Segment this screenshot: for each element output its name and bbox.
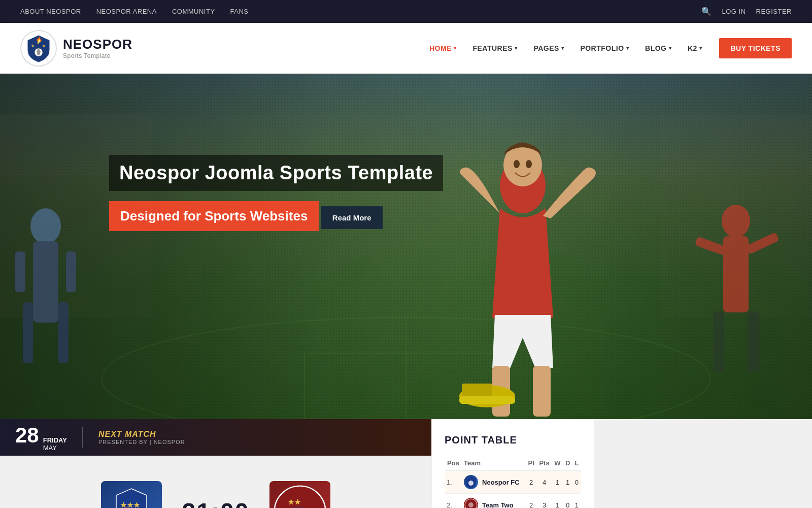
point-table-title: POINT TABLE — [445, 434, 581, 446]
svg-rect-24 — [723, 236, 749, 312]
svg-text:★: ★ — [42, 44, 46, 48]
row1-pts: 4 — [543, 479, 546, 486]
main-nav: ★ ★ ★ 🔥 NEOSPOR Sports Template HOME ▾ F… — [0, 23, 812, 74]
svg-rect-13 — [23, 302, 33, 363]
col-pos: Pos — [445, 456, 462, 470]
row2-team-name: Team Two — [482, 501, 514, 509]
svg-rect-15 — [15, 251, 25, 292]
register-link[interactable]: REGISTER — [756, 8, 792, 15]
top-nav-links: ABOUT NEOSPOR NEOSPOR ARENA COMMUNITY FA… — [20, 8, 249, 15]
soccer-boot — [457, 368, 518, 409]
row2-pl: 2 — [529, 501, 533, 509]
logo-text: NEOSPOR Sports Template — [63, 37, 132, 59]
menu-portfolio[interactable]: PORTFOLIO ▾ — [573, 39, 636, 57]
hero-section: Neospor Joomla Sports Template Designed … — [0, 74, 812, 419]
row2-team-cell: Team Two — [464, 498, 524, 508]
row1-pl: 2 — [529, 479, 533, 486]
row1-d: 1 — [566, 479, 569, 486]
top-nav: ABOUT NEOSPOR NEOSPOR ARENA COMMUNITY FA… — [0, 0, 812, 23]
search-icon[interactable]: 🔍 — [701, 7, 712, 16]
match-month: MAY — [43, 444, 67, 452]
buy-tickets-button[interactable]: BUY TICKETS — [719, 38, 792, 58]
col-w: W — [552, 456, 563, 470]
svg-rect-25 — [713, 311, 724, 372]
svg-text:S: S — [123, 506, 129, 508]
top-nav-about[interactable]: ABOUT NEOSPOR — [20, 8, 81, 15]
top-nav-arena[interactable]: NEOSPOR ARENA — [96, 8, 157, 15]
hero-title: Neospor Joomla Sports Template — [109, 155, 443, 191]
match-day-number: 28 — [15, 423, 39, 448]
row2-pos: 2. — [447, 501, 452, 509]
row1-w: 1 — [556, 479, 559, 486]
top-nav-right: 🔍 LOG IN REGISTER — [701, 7, 792, 16]
row1-badge — [464, 475, 478, 489]
svg-rect-19 — [533, 366, 551, 417]
logo-area: ★ ★ ★ 🔥 NEOSPOR Sports Template — [20, 30, 132, 67]
next-match-subtitle: PRESENTED BY | NEOSPOR — [98, 439, 185, 445]
svg-rect-14 — [58, 302, 69, 363]
top-nav-community[interactable]: COMMUNITY — [172, 8, 215, 15]
row2-pts: 3 — [543, 501, 546, 509]
svg-rect-30 — [462, 384, 492, 398]
match-date: 28 FRIDAY MAY — [15, 423, 67, 452]
menu-pages[interactable]: PAGES ▾ — [526, 39, 571, 57]
match-divider — [82, 427, 83, 448]
svg-point-22 — [526, 160, 532, 168]
svg-rect-28 — [746, 232, 780, 255]
svg-point-11 — [30, 208, 61, 244]
svg-rect-16 — [66, 251, 76, 292]
row2-d: 0 — [566, 501, 569, 509]
svg-rect-31 — [459, 396, 515, 404]
row1-l: 0 — [575, 479, 579, 486]
logo-sub: Sports Template — [63, 52, 132, 59]
point-table-section: POINT TABLE Pos Team Pl Pts W D L 1. — [431, 419, 594, 508]
hero-content: Neospor Joomla Sports Template Designed … — [109, 155, 443, 240]
row2-l: 1 — [575, 501, 579, 509]
table-row: 1. Neospor FC 2 — [445, 470, 581, 494]
row1-team-name: Neospor FC — [482, 479, 520, 486]
match-day-name: FRIDAY — [43, 436, 67, 444]
svg-point-23 — [722, 205, 750, 237]
next-match-title: NEXT MATCH — [98, 430, 156, 439]
col-pl: Pl — [526, 456, 537, 470]
table-row: 2. Team Two 2 3 — [445, 494, 581, 509]
left-player — [0, 175, 91, 419]
col-d: D — [563, 456, 572, 470]
hero-read-more-button[interactable]: Read More — [321, 206, 383, 229]
menu-blog[interactable]: BLOG ▾ — [638, 39, 679, 57]
home-team-logo: ★★★ S — [101, 481, 162, 508]
svg-rect-12 — [33, 241, 58, 323]
next-match-bar: 28 FRIDAY MAY NEXT MATCH PRESENTED BY | … — [0, 419, 431, 456]
hero-player-figure — [421, 124, 634, 419]
logo-name: NEOSPOR — [63, 37, 132, 52]
main-menu: HOME ▾ FEATURES ▾ PAGES ▾ PORTFOLIO ▾ BL… — [422, 38, 792, 58]
hero-subtitle: Designed for Sports Websites — [109, 201, 319, 231]
menu-k2[interactable]: K2 ▾ — [681, 39, 709, 57]
next-match-label: NEXT MATCH PRESENTED BY | NEOSPOR — [98, 430, 185, 445]
col-l: L — [572, 456, 581, 470]
login-link[interactable]: LOG IN — [722, 8, 746, 15]
menu-features[interactable]: FEATURES ▾ — [465, 39, 524, 57]
row1-pos: 1. — [447, 479, 452, 486]
match-content: ★★★ S 21:00 ★★ FC SOCCER — [0, 471, 431, 508]
row2-badge — [464, 498, 478, 508]
row2-w: 1 — [556, 501, 559, 509]
svg-text:★★: ★★ — [288, 498, 301, 506]
point-table: Pos Team Pl Pts W D L 1. — [445, 456, 581, 508]
logo-icon: ★ ★ ★ 🔥 — [20, 30, 57, 67]
match-time: 21:00 — [182, 498, 250, 509]
col-pts: Pts — [536, 456, 552, 470]
svg-text:FC: FC — [293, 506, 304, 508]
top-nav-fans[interactable]: FANS — [230, 8, 249, 15]
svg-point-40 — [468, 481, 473, 486]
row1-team-cell: Neospor FC — [464, 475, 524, 489]
svg-point-21 — [514, 160, 520, 168]
svg-rect-27 — [695, 236, 727, 255]
svg-text:🔥: 🔥 — [36, 36, 43, 43]
away-team-logo: ★★ FC SOCCER — [269, 481, 330, 508]
menu-home[interactable]: HOME ▾ — [422, 39, 464, 57]
svg-point-42 — [468, 502, 473, 507]
col-team: Team — [462, 456, 526, 470]
svg-rect-26 — [748, 311, 759, 372]
bottom-section: 28 FRIDAY MAY NEXT MATCH PRESENTED BY | … — [0, 419, 812, 508]
